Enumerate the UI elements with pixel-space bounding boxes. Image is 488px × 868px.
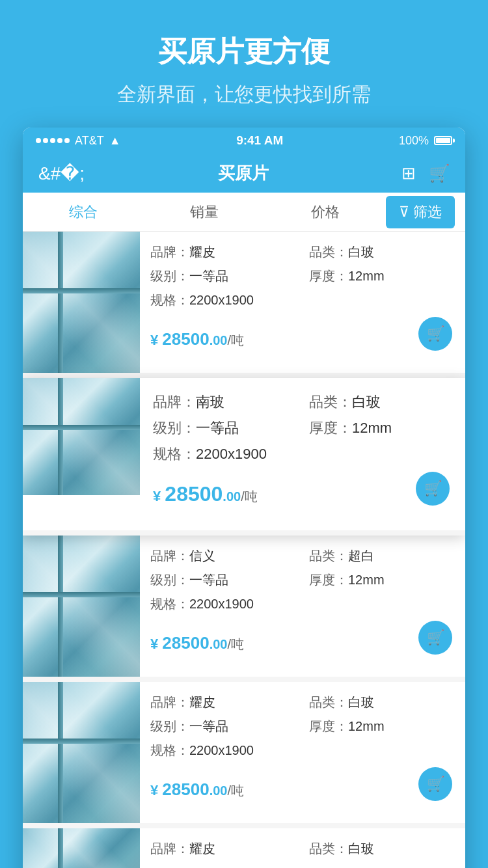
sort-comprehensive[interactable]: 综合 [23, 191, 144, 234]
glass-thumbnail [23, 536, 140, 677]
battery-fill [436, 138, 450, 143]
product-image [23, 378, 140, 530]
product-item: 品牌：信义 品类：超白 级别：一等品 厚度：12mm 规 [23, 536, 465, 682]
glass-thumbnail [23, 828, 140, 868]
product-info: 品牌：耀皮 品类：白玻 级别：一等品 厚度：12mm 规 [140, 232, 465, 373]
calculator-icon[interactable]: ⊞ [401, 163, 416, 183]
info-row-2: 级别：一等品 厚度：12mm [150, 718, 455, 735]
grade-field: 级别：一等品 [150, 571, 296, 589]
cart-icon[interactable]: 🛒 [429, 163, 450, 183]
sort-price[interactable]: 价格 [265, 191, 386, 234]
info-row-3: 规格：2200x1900 [150, 742, 455, 759]
price: ¥ 28500.00/吨 [153, 482, 258, 506]
glass-thumbnail [23, 682, 140, 823]
glass-edge-v [58, 378, 63, 495]
status-left: AT&T ▲ [36, 134, 121, 148]
brand-field: 品牌：南玻 [153, 392, 296, 412]
spec-field: 规格：2200x1900 [150, 742, 455, 759]
thickness-field: 厚度：12mm [309, 418, 452, 438]
add-to-cart-button[interactable]: 🛒 [416, 472, 450, 506]
info-row-1: 品牌：耀皮 品类：白玻 [150, 694, 455, 711]
category-field: 品类：白玻 [309, 243, 455, 261]
brand-field: 品牌：耀皮 [150, 694, 296, 711]
info-row-2: 级别：一等品 厚度：12mm [153, 418, 452, 438]
product-item-highlighted: 品牌：南玻 品类：白玻 级别：一等品 厚度：12mm 规 [23, 378, 465, 536]
add-to-cart-button[interactable]: 🛒 [418, 621, 452, 655]
glass-edge-v [58, 232, 63, 373]
signal-dot-3 [50, 138, 55, 143]
product-info: 品牌：信义 品类：超白 级别：一等品 厚度：12mm 规 [140, 536, 465, 677]
spec-field: 规格：2200x1900 [153, 444, 452, 464]
signal-dot-5 [64, 138, 70, 143]
phone-frame: AT&T ▲ 9:41 AM 100% &#�; 买原片 ⊞ 🛒 综合 销量 价… [23, 128, 465, 868]
promo-subtitle: 全新界面，让您更快找到所需 [26, 81, 462, 108]
battery-icon [434, 136, 452, 145]
info-row-2: 级别：一等品 厚度：12mm [150, 267, 455, 285]
sort-sales[interactable]: 销量 [144, 191, 265, 234]
product-info-highlighted: 品牌：南玻 品类：白玻 级别：一等品 厚度：12mm 规 [140, 378, 465, 530]
brand-field: 品牌：耀皮 [150, 840, 296, 858]
glass-edge-h [23, 288, 140, 293]
signal-dot-4 [57, 138, 62, 143]
add-to-cart-button[interactable]: 🛒 [418, 767, 452, 801]
brand-field: 品牌：信义 [150, 547, 296, 565]
category-field: 品类：超白 [309, 547, 455, 565]
price-row: ¥ 28500.00/吨 🛒 [150, 767, 455, 811]
grade-field: 级别：一等品 [153, 418, 296, 438]
product-info: 品牌：耀皮 品类：白玻 [140, 828, 465, 868]
info-row-1: 品牌：耀皮 品类：白玻 [150, 840, 455, 858]
price: ¥ 28500.00/吨 [150, 329, 244, 349]
thickness-field: 厚度：12mm [309, 267, 455, 285]
status-bar: AT&T ▲ 9:41 AM 100% [23, 128, 465, 154]
glass-edge-h [23, 739, 140, 744]
product-item-partial: 品牌：耀皮 品类：白玻 [23, 828, 465, 868]
info-row-3: 规格：2200x1900 [150, 595, 455, 613]
battery-percentage: 100% [399, 134, 429, 148]
spec-field: 规格：2200x1900 [150, 292, 455, 309]
nav-title: 买原片 [218, 162, 269, 185]
status-right: 100% [399, 134, 452, 148]
price-row: ¥ 28500.00/吨 🛒 [150, 621, 455, 665]
signal-dot-2 [43, 138, 48, 143]
info-row-2: 级别：一等品 厚度：12mm [150, 571, 455, 589]
category-field: 品类：白玻 [309, 840, 455, 858]
info-row-3: 规格：2200x1900 [153, 444, 452, 464]
info-row-1: 品牌：信义 品类：超白 [150, 547, 455, 565]
glass-edge-v [58, 536, 63, 677]
glass-edge-v [58, 828, 63, 868]
signal-dots [36, 138, 70, 143]
glass-edge-h [23, 592, 140, 597]
glass-edge-h [23, 425, 140, 430]
price-row: ¥ 28500.00/吨 🛒 [153, 472, 452, 516]
product-list: 品牌：耀皮 品类：白玻 级别：一等品 厚度：12mm 规 [23, 232, 465, 868]
category-field: 品类：白玻 [309, 694, 455, 711]
back-button[interactable]: &#�; [38, 163, 85, 184]
product-item: 品牌：耀皮 品类：白玻 级别：一等品 厚度：12mm 规 [23, 232, 465, 378]
grade-field: 级别：一等品 [150, 718, 296, 735]
glass-edge-v [58, 682, 63, 823]
brand-field: 品牌：耀皮 [150, 243, 296, 261]
product-image [23, 828, 140, 868]
filter-button[interactable]: ⊽ 筛选 [386, 196, 455, 228]
thickness-field: 厚度：12mm [309, 718, 455, 735]
price: ¥ 28500.00/吨 [150, 780, 244, 800]
sort-bar: 综合 销量 价格 ⊽ 筛选 [23, 193, 465, 232]
carrier: AT&T [75, 134, 104, 148]
info-row-3: 规格：2200x1900 [150, 292, 455, 309]
price: ¥ 28500.00/吨 [150, 633, 244, 653]
glass-thumbnail [23, 378, 140, 495]
spec-field: 规格：2200x1900 [150, 595, 455, 613]
product-image [23, 232, 140, 373]
product-image [23, 536, 140, 677]
signal-dot-1 [36, 138, 41, 143]
glass-thumbnail [23, 232, 140, 373]
product-item: 品牌：耀皮 品类：白玻 级别：一等品 厚度：12mm 规 [23, 682, 465, 828]
product-image [23, 682, 140, 823]
clock: 9:41 AM [236, 133, 283, 148]
promo-title: 买原片更方便 [26, 33, 462, 71]
nav-bar: &#�; 买原片 ⊞ 🛒 [23, 154, 465, 193]
price-row: ¥ 28500.00/吨 🛒 [150, 317, 455, 361]
add-to-cart-button[interactable]: 🛒 [418, 317, 452, 351]
promo-section: 买原片更方便 全新界面，让您更快找到所需 [0, 0, 488, 128]
nav-icons: ⊞ 🛒 [401, 163, 450, 183]
